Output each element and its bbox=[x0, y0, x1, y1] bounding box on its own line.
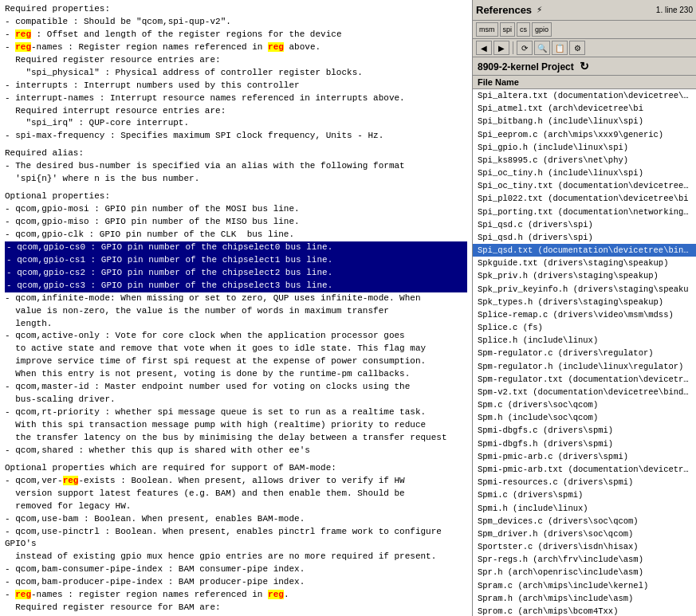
spi-tab[interactable]: spi bbox=[500, 22, 516, 37]
file-item[interactable]: Spram.h (arch\mips\include\asm) bbox=[473, 592, 696, 605]
file-item[interactable]: Splice-remap.c (drivers\video\msm\mdss) bbox=[473, 308, 696, 321]
file-item[interactable]: Spmi.c (drivers\spmi) bbox=[473, 488, 696, 501]
forward-button[interactable]: ▶ bbox=[493, 41, 509, 55]
red-highlight: reg bbox=[63, 476, 79, 485]
file-item[interactable]: Spk_priv.h (drivers\staging\speakup) bbox=[473, 269, 696, 282]
toolbar-row-2: ◀ ▶ ⟳ 🔍 📋 ⚙ bbox=[473, 39, 696, 57]
file-item[interactable]: Spkguide.txt (drivers\staging\speakup) bbox=[473, 257, 696, 269]
file-item[interactable]: Spi_qsd.txt (documentation\devicetree\bi… bbox=[473, 244, 696, 257]
left-line: With this spi transaction message pump w… bbox=[5, 419, 467, 432]
left-line: - qcom,master-id : Master endpoint numbe… bbox=[5, 381, 467, 394]
file-item[interactable]: Spi_atmel.txt (arch\devicetree\bi bbox=[473, 102, 696, 115]
file-item[interactable]: Spi_ks8995.c (drivers\net\phy) bbox=[473, 154, 696, 167]
msm-tab[interactable]: msm bbox=[476, 22, 498, 37]
red-highlight: reg bbox=[268, 590, 284, 599]
search-button[interactable]: 🔍 bbox=[534, 41, 550, 55]
left-line: "spi_irq" : QUP-core interrupt. bbox=[5, 117, 467, 130]
file-item[interactable]: Spi_qsd.c (drivers\spi) bbox=[473, 218, 696, 231]
left-line: value is non-zero, the value is the numb… bbox=[5, 305, 467, 318]
left-line: - qcom,gpio-cs0 : GPIO pin number of the… bbox=[5, 241, 467, 254]
file-list-header: File Name bbox=[473, 76, 696, 89]
file-list: Spi_altera.txt (documentation\devicetree… bbox=[473, 89, 696, 616]
left-line: - interrupt-names : Interrupt resource n… bbox=[5, 92, 467, 105]
file-item[interactable]: Spr.h (arch\openrisc\include\asm) bbox=[473, 566, 696, 579]
left-line: Required interrupt resource entries are: bbox=[5, 105, 467, 118]
lightning-icon: ⚡ bbox=[537, 4, 542, 16]
red-highlight: reg bbox=[268, 42, 284, 52]
left-line: When this entry is not present, voting i… bbox=[5, 368, 467, 381]
line-info: 1. line 230 bbox=[656, 6, 693, 14]
red-highlight: reg bbox=[15, 29, 31, 39]
file-item[interactable]: Spi_oc_tiny.txt (documentation\devicetre… bbox=[473, 179, 696, 192]
project-title: 8909-2-kernel Project ↻ bbox=[478, 60, 589, 73]
left-line: - reg : Offset and length of the registe… bbox=[5, 29, 467, 41]
left-line: to active state and remove that vote whe… bbox=[5, 343, 467, 355]
file-item[interactable]: Spm-regulator.h (include\linux\regulator… bbox=[473, 360, 696, 373]
left-line: - qcom,gpio-clk : GPIO pin number of the… bbox=[5, 229, 467, 241]
left-line: instead of existing gpio mux hence gpio … bbox=[5, 551, 467, 563]
left-line: improve service time of first spi reques… bbox=[5, 355, 467, 368]
file-item[interactable]: Spm_devices.c (drivers\soc\qcom) bbox=[473, 515, 696, 528]
file-item[interactable]: Sprom.c (arch\mips\bcom4Txx) bbox=[473, 605, 696, 616]
left-line: - interrupts : Interrupt numbers used by… bbox=[5, 80, 467, 92]
file-item[interactable]: Spi_oc_tiny.h (include\linux\spi) bbox=[473, 167, 696, 179]
left-line: - qcom,shared : whether this qup is shar… bbox=[5, 445, 467, 457]
file-item[interactable]: Spk_priv_keyinfo.h (drivers\staging\spea… bbox=[473, 283, 696, 296]
left-line: - qcom,active-only : Vote for core clock… bbox=[5, 330, 467, 343]
refresh-button[interactable]: ⟳ bbox=[517, 41, 533, 55]
left-line: the transfer latency on the bus by minim… bbox=[5, 432, 467, 445]
file-item[interactable]: Spm-v2.txt (documentation\devicetree\bin… bbox=[473, 386, 696, 398]
file-item[interactable]: Spmi-pmic-arb.txt (documentation\devicet… bbox=[473, 463, 696, 476]
file-item[interactable]: Spi_gpio.h (include\linux\spi) bbox=[473, 141, 696, 154]
file-item[interactable]: Spk_types.h (drivers\staging\speakup) bbox=[473, 296, 696, 308]
left-line: - qcom,gpio-cs1 : GPIO pin number of the… bbox=[5, 254, 467, 267]
file-item[interactable]: Spm-regulator.txt (documentation\devicet… bbox=[473, 373, 696, 386]
left-line: - qcom,ver-reg-exists : Boolean. When pr… bbox=[5, 475, 467, 488]
file-item[interactable]: Spmi-resources.c (drivers\spmi) bbox=[473, 476, 696, 488]
file-item[interactable]: Spi_qsd.h (drivers\spi) bbox=[473, 231, 696, 244]
file-item[interactable]: Spi_bitbang.h (include\linux\spi) bbox=[473, 115, 696, 128]
left-line: Optional properties: bbox=[5, 190, 467, 203]
file-item[interactable]: Splice.h (include\linux) bbox=[473, 334, 696, 347]
references-title: References bbox=[476, 4, 532, 16]
file-item[interactable]: Spmi-dbgfs.h (drivers\spmi) bbox=[473, 437, 696, 450]
left-line: removed for legacy HW. bbox=[5, 500, 467, 513]
left-line: Required properties: bbox=[5, 3, 467, 16]
left-line: - qcom,use-pinctrl : Boolean. When prese… bbox=[5, 526, 467, 551]
right-panel: References ⚡ 1. line 230 msm spi cs gpio… bbox=[473, 0, 696, 616]
file-item[interactable]: Spi_pl022.txt (documentation\devicetree\… bbox=[473, 192, 696, 205]
settings-button[interactable]: ⚙ bbox=[569, 41, 585, 55]
file-item[interactable]: Sportster.c (drivers\isdn\hisax) bbox=[473, 540, 696, 553]
cs-tab[interactable]: cs bbox=[517, 22, 530, 37]
file-item[interactable]: Spm.h (include\soc\qcom) bbox=[473, 411, 696, 424]
file-item[interactable]: Spi_eeprom.c (arch\mips\xxx9\generic) bbox=[473, 128, 696, 141]
left-line: - qcom,gpio-miso : GPIO pin number of th… bbox=[5, 216, 467, 229]
left-line: - qcom,rt-priority : whether spi message… bbox=[5, 406, 467, 419]
left-line: 'spi{n}' where n is the bus number. bbox=[5, 173, 467, 186]
file-item[interactable]: Spmi.h (include\linux) bbox=[473, 502, 696, 515]
left-line: version support latest features (e.g. BA… bbox=[5, 488, 467, 500]
left-line: - reg-names : register region names refe… bbox=[5, 589, 467, 602]
file-item[interactable]: Spram.c (arch\mips\include\kernel) bbox=[473, 579, 696, 592]
file-item[interactable]: Spi_altera.txt (documentation\devicetree… bbox=[473, 89, 696, 102]
file-item[interactable]: Spr-regs.h (arch\frv\include\asm) bbox=[473, 553, 696, 566]
left-line: - qcom,use-bam : Boolean. When present, … bbox=[5, 513, 467, 526]
left-line: Optional properties which are required f… bbox=[5, 462, 467, 475]
blue-row-text: - qcom,gpio-cs0 : GPIO pin number of the… bbox=[5, 241, 467, 254]
file-item[interactable]: Spmi-pmic-arb.c (drivers\spmi) bbox=[473, 450, 696, 463]
file-item[interactable]: Spmi-dbgfs.c (drivers\spmi) bbox=[473, 424, 696, 437]
copy-button[interactable]: 📋 bbox=[552, 41, 568, 55]
file-item[interactable]: Spm.c (drivers\soc\qcom) bbox=[473, 398, 696, 411]
file-item[interactable]: Spm_driver.h (drivers\soc\qcom) bbox=[473, 528, 696, 540]
back-button[interactable]: ◀ bbox=[476, 41, 492, 55]
gpio-tab[interactable]: gpio bbox=[532, 22, 552, 37]
file-item[interactable]: Spm-regulator.c (drivers\regulator) bbox=[473, 347, 696, 359]
left-line: - The desired bus-number is specified vi… bbox=[5, 160, 467, 173]
file-item[interactable]: Spi_porting.txt (documentation\networkin… bbox=[473, 206, 696, 218]
blue-row-text: - qcom,gpio-cs2 : GPIO pin number of the… bbox=[5, 267, 467, 280]
left-line: Required register resource for BAM are: bbox=[5, 602, 467, 614]
file-list-container[interactable]: File Name Spi_altera.txt (documentation\… bbox=[473, 76, 696, 616]
file-item[interactable]: Splice.c (fs) bbox=[473, 321, 696, 334]
left-line: Required register resource entries are: bbox=[5, 54, 467, 67]
red-highlight: reg bbox=[15, 42, 31, 52]
